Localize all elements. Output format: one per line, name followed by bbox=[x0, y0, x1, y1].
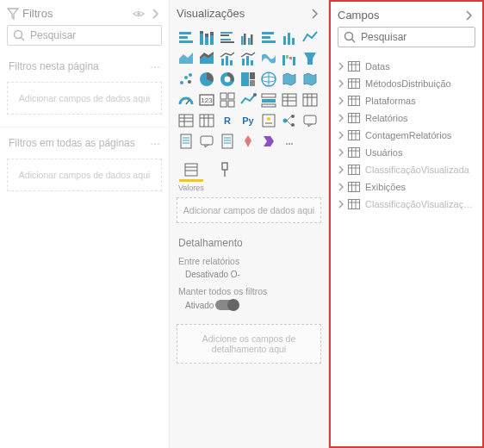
slicer-icon[interactable] bbox=[259, 90, 278, 109]
filled-map-icon[interactable] bbox=[280, 70, 299, 89]
table-icon bbox=[348, 165, 360, 175]
filters-all-dropzone[interactable]: Adicionar campos de dados aqui bbox=[7, 159, 162, 191]
field-table-name: MétodosDistribuição bbox=[365, 78, 451, 89]
chevron-right-icon bbox=[338, 96, 346, 105]
python-visual-icon[interactable]: Py bbox=[239, 111, 258, 130]
field-table-name: Usuários bbox=[365, 147, 402, 158]
stacked-area-icon[interactable] bbox=[197, 49, 216, 68]
key-influencers-icon[interactable] bbox=[259, 111, 278, 130]
collapse-icon[interactable] bbox=[463, 9, 475, 22]
keep-filters-toggle[interactable] bbox=[215, 300, 238, 310]
filters-title: Filtros bbox=[22, 7, 127, 20]
scatter-icon[interactable] bbox=[177, 70, 195, 89]
filters-header: Filtros bbox=[0, 0, 169, 25]
more-icon[interactable]: ··· bbox=[150, 136, 160, 150]
drillthrough-section: Detalhamento Entre relatórios Desativado… bbox=[170, 232, 328, 320]
field-table-row[interactable]: MétodosDistribuição bbox=[334, 75, 479, 92]
line-icon[interactable] bbox=[301, 28, 320, 47]
more-icon[interactable]: ··· bbox=[150, 59, 160, 73]
field-table-row[interactable]: Exibições bbox=[334, 178, 479, 196]
collapse-icon[interactable] bbox=[309, 8, 321, 20]
table-icon bbox=[348, 182, 360, 192]
qa-visual-icon[interactable] bbox=[301, 111, 320, 130]
decomp-tree-icon[interactable] bbox=[280, 111, 299, 130]
eye-icon[interactable] bbox=[133, 9, 145, 18]
chevron-right-icon bbox=[338, 62, 346, 71]
powerapps-icon[interactable] bbox=[259, 132, 278, 151]
field-table-name: ClassificaçãoVisualizações bbox=[365, 199, 475, 209]
card-icon[interactable] bbox=[197, 90, 216, 109]
field-table-name: Datas bbox=[365, 61, 390, 72]
fields-title: Campos bbox=[338, 9, 458, 22]
ribbon-icon[interactable] bbox=[259, 49, 278, 68]
table-viz-icon[interactable] bbox=[177, 111, 195, 130]
filters-all-section: Filtros em todas as páginas ··· bbox=[0, 131, 169, 155]
clustered-bar-icon[interactable] bbox=[239, 28, 258, 47]
map-icon[interactable] bbox=[259, 70, 278, 89]
field-table-row[interactable]: Usuários bbox=[334, 144, 479, 161]
format-tab[interactable] bbox=[214, 161, 235, 192]
fields-search-input[interactable] bbox=[361, 31, 484, 43]
area-icon[interactable] bbox=[177, 49, 195, 68]
filters-search[interactable] bbox=[7, 25, 162, 46]
field-table-row[interactable]: Datas bbox=[334, 58, 479, 75]
table-icon bbox=[348, 199, 360, 209]
table-icon bbox=[348, 113, 360, 123]
stacked-bar-icon[interactable] bbox=[197, 28, 216, 47]
clustered-bar-h-icon[interactable] bbox=[218, 28, 237, 47]
treemap-icon[interactable] bbox=[239, 70, 258, 89]
paginated-icon[interactable] bbox=[177, 132, 195, 151]
bar-100-icon[interactable] bbox=[280, 28, 299, 47]
funnel-icon bbox=[7, 8, 19, 20]
field-table-name: Plataformas bbox=[365, 96, 416, 106]
combo-line-bar-icon[interactable] bbox=[218, 49, 237, 68]
field-table-row[interactable]: ContagemRelatórios bbox=[334, 127, 479, 144]
viz-title: Visualizações bbox=[177, 7, 304, 20]
collapse-icon[interactable] bbox=[150, 8, 162, 20]
field-table-name: ClassificaçãoVisualizada bbox=[365, 165, 469, 175]
matrix-icon[interactable] bbox=[301, 90, 320, 109]
r-visual-icon[interactable]: R bbox=[218, 111, 237, 130]
stacked-bar-h-icon[interactable] bbox=[177, 28, 195, 47]
smart-narrative-icon[interactable] bbox=[218, 132, 237, 151]
funnel-icon[interactable] bbox=[301, 49, 320, 68]
keep-filters-toggle-row: Ativado bbox=[178, 300, 320, 310]
waterfall-icon[interactable] bbox=[280, 49, 299, 68]
filters-pane: Filtros Filtros nesta página ··· Adicion… bbox=[0, 0, 170, 448]
divider bbox=[0, 127, 169, 128]
drillthrough-dropzone[interactable]: Adicione os campos de detalhamento aqui bbox=[177, 324, 321, 364]
table-icon bbox=[348, 78, 360, 89]
filters-page-section: Filtros nesta página ··· bbox=[0, 54, 169, 78]
filters-search-input[interactable] bbox=[30, 29, 159, 41]
fields-search[interactable] bbox=[338, 27, 475, 47]
values-dropzone[interactable]: Adicionar campos de dados aqui bbox=[177, 197, 321, 223]
arcgis-icon[interactable] bbox=[239, 132, 258, 151]
combo-line-clustered-icon[interactable] bbox=[239, 49, 258, 68]
chevron-right-icon bbox=[338, 114, 346, 122]
more-visuals-icon[interactable]: ... bbox=[280, 132, 299, 151]
field-table-row[interactable]: Plataformas bbox=[334, 92, 479, 109]
search-icon bbox=[13, 29, 25, 41]
table-icon[interactable] bbox=[280, 90, 299, 109]
gauge-icon[interactable] bbox=[177, 90, 195, 109]
well-tabs: Valores bbox=[170, 154, 328, 194]
shape-map-icon[interactable] bbox=[301, 70, 320, 89]
fields-list: DatasMétodosDistribuiçãoPlataformasRelat… bbox=[331, 56, 482, 215]
viz-header: Visualizações bbox=[170, 0, 328, 25]
matrix-viz-icon[interactable] bbox=[197, 111, 216, 130]
search-icon bbox=[344, 31, 356, 43]
qa-icon[interactable] bbox=[197, 132, 216, 151]
field-table-row[interactable]: ClassificaçãoVisualizações bbox=[334, 196, 479, 213]
pie-icon[interactable] bbox=[197, 70, 216, 89]
kpi-icon[interactable] bbox=[239, 90, 258, 109]
field-table-row[interactable]: Relatórios bbox=[334, 109, 479, 127]
bar-100-h-icon[interactable] bbox=[259, 28, 278, 47]
field-table-row[interactable]: ClassificaçãoVisualizada bbox=[334, 161, 479, 178]
donut-icon[interactable] bbox=[218, 70, 237, 89]
table-icon bbox=[348, 130, 360, 140]
multi-card-icon[interactable] bbox=[218, 90, 237, 109]
chevron-right-icon bbox=[338, 79, 346, 88]
fields-well-tab[interactable]: Valores bbox=[178, 161, 204, 192]
filters-page-dropzone[interactable]: Adicionar campos de dados aqui bbox=[7, 82, 162, 115]
chevron-right-icon bbox=[338, 165, 346, 174]
